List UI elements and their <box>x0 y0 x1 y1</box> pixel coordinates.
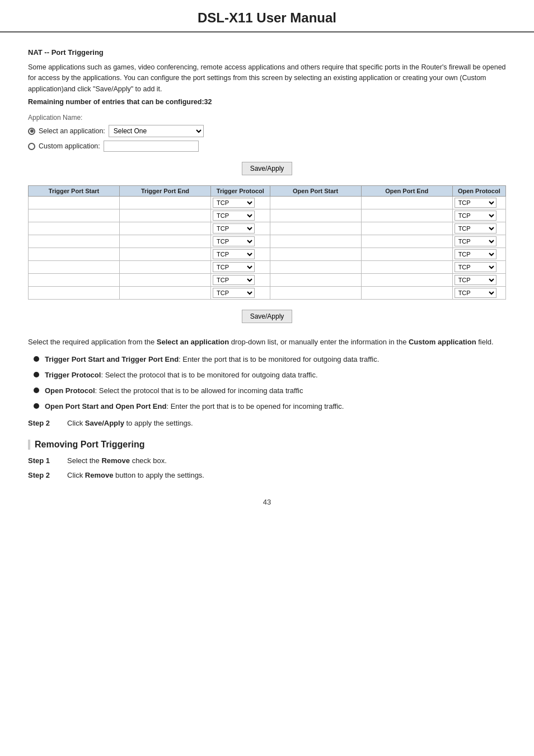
table-row: TCPUDPTCP/UDPTCPUDPTCP/UDP <box>29 274 506 287</box>
trigger-port-start-input[interactable] <box>30 277 118 283</box>
page-title: DSL-X11 User Manual <box>22 10 512 26</box>
app-name-label: Application Name: <box>28 114 506 122</box>
trigger-port-start-input[interactable] <box>30 212 118 219</box>
list-item: Trigger Protocol: Select the protocol th… <box>34 370 506 381</box>
col-trigger-start: Trigger Port Start <box>29 186 120 197</box>
table-row: TCPUDPTCP/UDPTCPUDPTCP/UDP <box>29 222 506 235</box>
remaining-entries: Remaining number of entries that can be … <box>28 98 506 106</box>
open-port-end-input[interactable] <box>363 264 451 270</box>
open-port-start-input[interactable] <box>272 225 359 232</box>
intro-text: Select the required application from the… <box>28 337 506 348</box>
save-apply-top-button[interactable]: Save/Apply <box>242 162 293 175</box>
list-item: Trigger Port Start and Trigger Port End:… <box>34 354 506 365</box>
section-title: NAT -- Port Triggering <box>28 48 506 57</box>
port-table: Trigger Port Start Trigger Port End Trig… <box>28 185 506 300</box>
open-protocol-select[interactable]: TCPUDPTCP/UDP <box>455 211 496 221</box>
bullet-list: Trigger Port Start and Trigger Port End:… <box>34 354 506 413</box>
save-apply-top-container: Save/Apply <box>28 156 506 181</box>
page-header: DSL-X11 User Manual <box>0 0 534 32</box>
trigger-port-end-input[interactable] <box>121 199 209 206</box>
table-row: TCPUDPTCP/UDPTCPUDPTCP/UDP <box>29 197 506 209</box>
save-apply-bottom-container: Save/Apply <box>28 304 506 329</box>
trigger-port-end-input[interactable] <box>121 264 209 270</box>
step1-remove-label: Step 1 <box>28 455 67 466</box>
col-open-protocol: Open Protocol <box>452 186 505 197</box>
table-row: TCPUDPTCP/UDPTCPUDPTCP/UDP <box>29 287 506 300</box>
select-app-row: Select an application: Select One <box>28 125 506 137</box>
step2-remove-content: Click Remove button to apply the setting… <box>67 470 506 481</box>
open-port-start-input[interactable] <box>272 238 359 245</box>
step2-remove-label: Step 2 <box>28 470 67 481</box>
trigger-port-start-input[interactable] <box>30 264 118 270</box>
trigger-port-end-input[interactable] <box>121 290 209 296</box>
col-trigger-protocol: Trigger Protocol <box>211 186 270 197</box>
open-port-end-input[interactable] <box>363 277 451 283</box>
trigger-protocol-select[interactable]: TCPUDPTCP/UDP <box>213 236 255 246</box>
table-row: TCPUDPTCP/UDPTCPUDPTCP/UDP <box>29 248 506 261</box>
col-open-start: Open Port Start <box>270 186 361 197</box>
select-app-dropdown[interactable]: Select One <box>109 125 204 137</box>
open-port-end-input[interactable] <box>363 238 451 245</box>
trigger-protocol-select[interactable]: TCPUDPTCP/UDP <box>213 198 255 208</box>
open-port-start-input[interactable] <box>272 199 359 206</box>
open-protocol-select[interactable]: TCPUDPTCP/UDP <box>455 198 496 208</box>
col-trigger-end: Trigger Port End <box>120 186 211 197</box>
step2-content: Click Save/Apply to apply the settings. <box>67 418 506 429</box>
trigger-protocol-select[interactable]: TCPUDPTCP/UDP <box>213 223 255 234</box>
step1-remove-content: Select the Remove check box. <box>67 455 506 466</box>
removing-section-title: Removing Port Triggering <box>28 440 506 450</box>
trigger-port-start-input[interactable] <box>30 225 118 232</box>
select-app-radio[interactable] <box>28 128 35 135</box>
trigger-port-end-input[interactable] <box>121 277 209 283</box>
step2-top: Step 2 Click Save/Apply to apply the set… <box>28 418 506 429</box>
open-protocol-select[interactable]: TCPUDPTCP/UDP <box>455 249 496 259</box>
custom-app-row: Custom application: <box>28 141 506 152</box>
main-content: NAT -- Port Triggering Some applications… <box>0 43 534 523</box>
trigger-port-end-input[interactable] <box>121 251 209 258</box>
trigger-port-end-input[interactable] <box>121 212 209 219</box>
open-protocol-select[interactable]: TCPUDPTCP/UDP <box>455 236 496 246</box>
open-port-end-input[interactable] <box>363 251 451 258</box>
page-number: 43 <box>28 498 506 506</box>
open-port-end-input[interactable] <box>363 290 451 296</box>
trigger-protocol-select[interactable]: TCPUDPTCP/UDP <box>213 262 255 272</box>
open-port-end-input[interactable] <box>363 199 451 206</box>
bullet-dot <box>34 356 39 362</box>
open-port-end-input[interactable] <box>363 225 451 232</box>
trigger-port-start-input[interactable] <box>30 251 118 258</box>
table-row: TCPUDPTCP/UDPTCPUDPTCP/UDP <box>29 261 506 274</box>
save-apply-bottom-button[interactable]: Save/Apply <box>242 310 293 323</box>
open-protocol-select[interactable]: TCPUDPTCP/UDP <box>455 262 496 272</box>
open-protocol-select[interactable]: TCPUDPTCP/UDP <box>455 223 496 234</box>
bullet-dot <box>34 372 39 377</box>
open-protocol-select[interactable]: TCPUDPTCP/UDP <box>455 275 496 285</box>
trigger-port-start-input[interactable] <box>30 238 118 245</box>
trigger-protocol-select[interactable]: TCPUDPTCP/UDP <box>213 288 255 298</box>
bullet-dot <box>34 388 39 393</box>
open-protocol-select[interactable]: TCPUDPTCP/UDP <box>455 288 496 298</box>
custom-app-label: Custom application: <box>39 142 100 150</box>
table-row: TCPUDPTCP/UDPTCPUDPTCP/UDP <box>29 235 506 248</box>
open-port-start-input[interactable] <box>272 277 359 283</box>
col-open-end: Open Port End <box>361 186 452 197</box>
open-port-start-input[interactable] <box>272 251 359 258</box>
custom-app-input[interactable] <box>104 141 199 152</box>
step2-remove: Step 2 Click Remove button to apply the … <box>28 470 506 481</box>
trigger-protocol-select[interactable]: TCPUDPTCP/UDP <box>213 249 255 259</box>
open-port-start-input[interactable] <box>272 264 359 270</box>
trigger-protocol-select[interactable]: TCPUDPTCP/UDP <box>213 275 255 285</box>
trigger-port-start-input[interactable] <box>30 199 118 206</box>
open-port-start-input[interactable] <box>272 290 359 296</box>
open-port-start-input[interactable] <box>272 212 359 219</box>
open-port-end-input[interactable] <box>363 212 451 219</box>
list-item: Open Port Start and Open Port End: Enter… <box>34 401 506 412</box>
custom-app-radio[interactable] <box>28 143 35 150</box>
trigger-protocol-select[interactable]: TCPUDPTCP/UDP <box>213 211 255 221</box>
trigger-port-start-input[interactable] <box>30 290 118 296</box>
trigger-port-end-input[interactable] <box>121 225 209 232</box>
trigger-port-end-input[interactable] <box>121 238 209 245</box>
step1-remove: Step 1 Select the Remove check box. <box>28 455 506 466</box>
step2-label: Step 2 <box>28 418 67 429</box>
section-description: Some applications such as games, video c… <box>28 62 506 95</box>
table-row: TCPUDPTCP/UDPTCPUDPTCP/UDP <box>29 209 506 222</box>
